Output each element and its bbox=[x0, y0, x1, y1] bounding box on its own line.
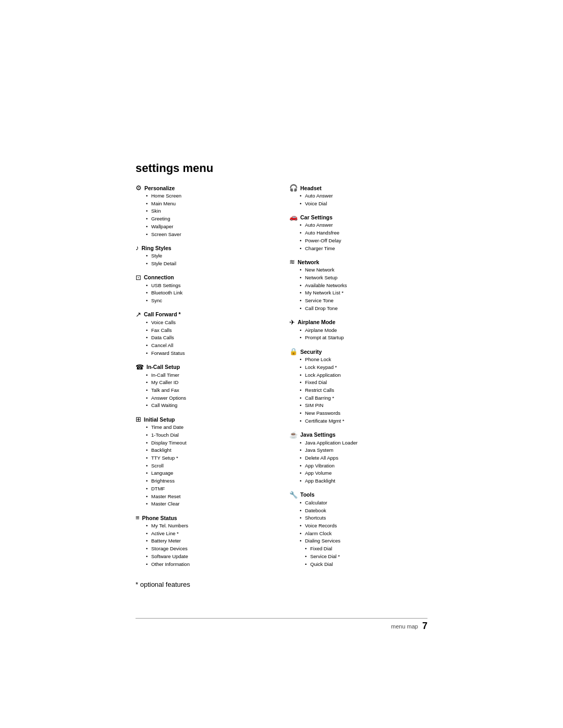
list-item: Power-Off Delay bbox=[300, 237, 427, 245]
list-item: Datebook bbox=[300, 507, 427, 515]
list-item: Style bbox=[146, 252, 274, 260]
list-item: Auto Answer bbox=[300, 221, 427, 229]
list-item: Lock Keypad * bbox=[300, 364, 427, 372]
list-item: Java System bbox=[300, 447, 427, 454]
section-header-in-call-setup: ☎In-Call Setup bbox=[136, 364, 274, 371]
section-in-call-setup: ☎In-Call SetupIn-Call TimerMy Caller IDT… bbox=[136, 364, 274, 410]
footer-bar: menu map 7 bbox=[136, 618, 427, 632]
list-item: Backlight bbox=[146, 447, 274, 454]
list-item: Forward Status bbox=[146, 350, 274, 357]
list-item: Service Dial * bbox=[305, 553, 427, 561]
list-item: Alarm Clock bbox=[300, 530, 427, 538]
list-item: Airplane Mode bbox=[300, 327, 427, 335]
section-items-connection: USB SettingsBluetooth LinkSync bbox=[146, 282, 274, 305]
list-item: Data Calls bbox=[146, 334, 274, 342]
footer-number: 7 bbox=[422, 621, 427, 632]
section-tools: 🔧ToolsCalculatorDatebookShortcutsVoice R… bbox=[289, 491, 427, 568]
list-item: Shortcuts bbox=[300, 514, 427, 522]
section-items-personalize: Home ScreenMain MenuSkinGreetingWallpape… bbox=[146, 192, 274, 238]
network-icon: ≋ bbox=[289, 258, 295, 265]
section-header-car-settings: 🚗Car Settings bbox=[289, 214, 427, 220]
section-items-network: New NetworkNetwork SetupAvailable Networ… bbox=[300, 266, 427, 312]
list-item: Available Networks bbox=[300, 282, 427, 290]
connection-icon: ⊡ bbox=[136, 274, 141, 281]
section-items-in-call-setup: In-Call TimerMy Caller IDTalk and FaxAns… bbox=[146, 372, 274, 410]
list-item: Call Barring * bbox=[300, 394, 427, 402]
section-phone-status: ≡Phone StatusMy Tel. NumbersActive Line … bbox=[136, 514, 274, 568]
security-icon: 🔒 bbox=[289, 348, 298, 355]
phone-status-icon: ≡ bbox=[136, 514, 140, 521]
list-item: Restrict Calls bbox=[300, 387, 427, 394]
list-item: Cancel All bbox=[146, 342, 274, 350]
section-airplane-mode: ✈Airplane ModeAirplane ModePrompt at Sta… bbox=[289, 319, 427, 342]
list-item: Style Detail bbox=[146, 260, 274, 268]
section-title-security: Security bbox=[300, 349, 322, 355]
list-item: New Network bbox=[300, 266, 427, 274]
page-container: settings menu ⚙PersonalizeHome ScreenMai… bbox=[0, 0, 563, 728]
section-ring-styles: ♪Ring StylesStyleStyle Detail bbox=[136, 244, 274, 267]
section-title-call-forward: Call Forward * bbox=[144, 311, 181, 317]
list-item: Delete All Apps bbox=[300, 454, 427, 462]
in-call-setup-icon: ☎ bbox=[136, 364, 144, 371]
list-item: Software Update bbox=[146, 553, 274, 561]
list-item: Voice Records bbox=[300, 522, 427, 530]
call-forward-icon: ↗ bbox=[136, 311, 141, 318]
list-item: My Tel. Numbers bbox=[146, 522, 274, 530]
list-item: SIM PIN bbox=[300, 402, 427, 410]
list-item: Dialing Services bbox=[300, 537, 427, 545]
section-title-in-call-setup: In-Call Setup bbox=[146, 364, 180, 370]
list-item: Voice Dial bbox=[300, 200, 427, 208]
list-item: Prompt at Startup bbox=[300, 334, 427, 342]
list-item: Auto Handsfree bbox=[300, 229, 427, 237]
list-item: Fixed Dial bbox=[305, 545, 427, 553]
list-item: Call Waiting bbox=[146, 402, 274, 410]
list-item: Master Reset bbox=[146, 493, 274, 501]
section-security: 🔒SecurityPhone LockLock Keypad *Lock App… bbox=[289, 348, 427, 425]
section-items-ring-styles: StyleStyle Detail bbox=[146, 252, 274, 267]
list-item: 1-Touch Dial bbox=[146, 431, 274, 439]
airplane-mode-icon: ✈ bbox=[289, 319, 295, 326]
list-item: Time and Date bbox=[146, 424, 274, 431]
section-header-security: 🔒Security bbox=[289, 348, 427, 355]
list-item: Other Information bbox=[146, 561, 274, 569]
section-call-forward: ↗Call Forward *Voice CallsFax CallsData … bbox=[136, 311, 274, 357]
section-header-personalize: ⚙Personalize bbox=[136, 184, 274, 191]
section-title-headset: Headset bbox=[300, 185, 322, 191]
section-title-car-settings: Car Settings bbox=[300, 214, 333, 220]
list-item: TTY Setup * bbox=[146, 454, 274, 462]
list-item: Phone Lock bbox=[300, 356, 427, 364]
ring-styles-icon: ♪ bbox=[136, 244, 139, 251]
section-header-tools: 🔧Tools bbox=[289, 491, 427, 498]
section-java-settings: ☕Java SettingsJava Application LoaderJav… bbox=[289, 431, 427, 485]
list-item: Fixed Dial bbox=[300, 379, 427, 387]
list-item: Network Setup bbox=[300, 274, 427, 282]
list-item: Wallpaper bbox=[146, 223, 274, 231]
list-item: My Caller ID bbox=[146, 379, 274, 387]
section-header-phone-status: ≡Phone Status bbox=[136, 514, 274, 521]
right-column: 🎧HeadsetAuto AnswerVoice Dial🚗Car Settin… bbox=[289, 184, 427, 574]
list-item: Master Clear bbox=[146, 500, 274, 508]
list-item: Call Drop Tone bbox=[300, 305, 427, 313]
section-header-connection: ⊡Connection bbox=[136, 274, 274, 281]
section-title-java-settings: Java Settings bbox=[300, 431, 336, 438]
content-area: settings menu ⚙PersonalizeHome ScreenMai… bbox=[136, 162, 427, 588]
list-item: Battery Meter bbox=[146, 537, 274, 545]
list-item: Answer Options bbox=[146, 394, 274, 402]
section-items-security: Phone LockLock Keypad *Lock ApplicationF… bbox=[300, 356, 427, 425]
java-settings-icon: ☕ bbox=[289, 431, 298, 438]
sub-section-items: Fixed DialService Dial *Quick Dial bbox=[305, 545, 427, 568]
list-item: Main Menu bbox=[146, 200, 274, 208]
section-car-settings: 🚗Car SettingsAuto AnswerAuto HandsfreePo… bbox=[289, 214, 427, 252]
list-item: Calculator bbox=[300, 499, 427, 507]
list-item: Greeting bbox=[146, 215, 274, 223]
list-item: Brightness bbox=[146, 477, 274, 485]
footer-label: menu map bbox=[391, 623, 418, 630]
list-item: In-Call Timer bbox=[146, 372, 274, 379]
list-item: Screen Saver bbox=[146, 231, 274, 239]
page-title: settings menu bbox=[136, 162, 427, 175]
section-header-call-forward: ↗Call Forward * bbox=[136, 311, 274, 318]
section-header-initial-setup: ⊞Initial Setup bbox=[136, 416, 274, 423]
list-item: Certificate Mgmt * bbox=[300, 417, 427, 425]
section-title-initial-setup: Initial Setup bbox=[144, 416, 175, 423]
section-items-headset: Auto AnswerVoice Dial bbox=[300, 192, 427, 207]
